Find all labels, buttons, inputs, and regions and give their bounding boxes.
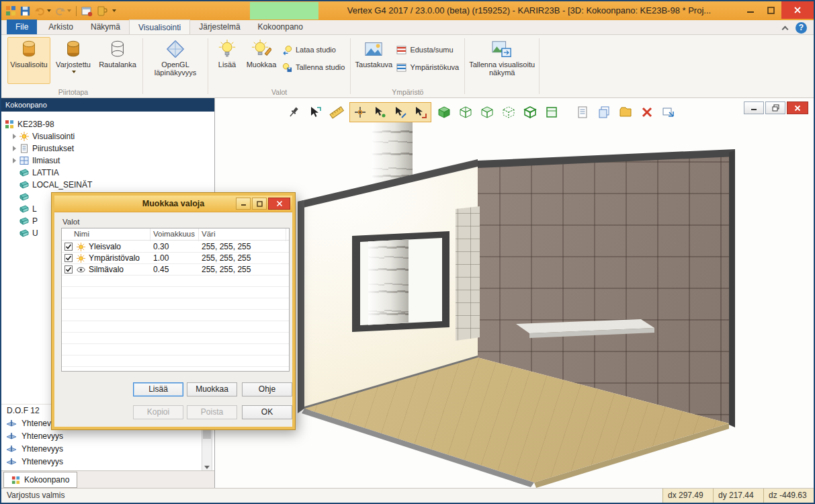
snap-free-icon[interactable]: [351, 103, 369, 121]
add-light-label: Lisää: [218, 60, 236, 69]
rautalanka-label: Rautalanka: [99, 60, 136, 69]
expander-icon[interactable]: [13, 146, 16, 151]
status-message: Varjostus valmis: [7, 489, 65, 503]
light-intensity: 0.30: [153, 242, 169, 251]
lightbulb-edit-icon: [251, 39, 271, 59]
cube-solid-icon[interactable]: [435, 103, 453, 121]
delete-icon[interactable]: [638, 103, 656, 121]
undo-icon[interactable]: [34, 4, 51, 17]
export-view-icon[interactable]: [660, 103, 677, 121]
snap-face-icon[interactable]: [412, 103, 429, 121]
background-image-button[interactable]: Taustakuva: [354, 37, 393, 84]
cube-wireframe-icon[interactable]: [457, 103, 474, 121]
redo-icon[interactable]: [54, 4, 71, 17]
tab-jarjestelma[interactable]: Järjestelmä: [190, 19, 249, 34]
tree-item-ilmiasut[interactable]: Ilmiasut: [1, 155, 214, 167]
edit-button[interactable]: Muokkaa: [187, 382, 237, 396]
tree-item-piirustukset[interactable]: Piirustukset: [1, 142, 214, 155]
tab-visualisointi[interactable]: Visualisointi: [129, 19, 190, 34]
window-settings-icon[interactable]: [81, 4, 93, 17]
load-studio-button[interactable]: Lataa studio: [280, 44, 347, 56]
mdi-close-button[interactable]: [787, 101, 808, 114]
expander-icon[interactable]: [13, 158, 16, 163]
environment-image-button[interactable]: Ympäristökuva: [394, 61, 461, 73]
save-studio-button[interactable]: Tallenna studio: [280, 61, 347, 73]
snap-line-icon[interactable]: [392, 103, 409, 121]
app-logo-icon[interactable]: [5, 4, 16, 17]
constraint-row[interactable]: Yhtenevyys: [1, 429, 63, 442]
light-color: 255, 255, 255: [202, 242, 251, 251]
ribbon: Visualisoitu Varjostettu Rautalanka Piir…: [1, 35, 814, 98]
tree-item-lattia[interactable]: LATTIA: [1, 167, 214, 179]
visualisoitu-button[interactable]: Visualisoitu: [7, 37, 50, 84]
add-light-button[interactable]: Lisää: [212, 37, 243, 84]
cube-edges-icon[interactable]: [521, 103, 539, 121]
tree-item-local-seinat[interactable]: LOCAL_SEINÄT: [1, 179, 214, 191]
column-header-intensity: Voimakkuus: [153, 230, 195, 238]
tab-file[interactable]: File: [7, 19, 37, 34]
scene-3d-room[interactable]: [215, 98, 814, 488]
constraint-row[interactable]: Yhtenevyys: [1, 455, 63, 468]
light-row-yleisvalo[interactable]: Yleisvalo 0.30 255, 255, 255: [62, 241, 289, 253]
expander-icon[interactable]: [13, 134, 16, 139]
tab-nakyma[interactable]: Näkymä: [82, 19, 129, 34]
constraint-row[interactable]: Yhtenevyys: [1, 442, 63, 455]
qat-customize-icon[interactable]: [111, 4, 116, 17]
tree-item-visualisointi[interactable]: Visualisointi: [1, 130, 214, 142]
tab-arkisto[interactable]: Arkisto: [40, 19, 82, 34]
delete-button[interactable]: Poista: [187, 405, 237, 419]
edit-lights-button[interactable]: Muokkaa: [244, 37, 279, 84]
mdi-restore-button[interactable]: [765, 101, 785, 114]
part-icon: [19, 192, 29, 202]
save-visualized-view-button[interactable]: Tallenna visualisoitu näkymä: [468, 37, 535, 84]
add-button[interactable]: Lisää: [133, 382, 183, 396]
visualized-cylinder-icon: [19, 39, 39, 59]
ribbon-tab-row: File Arkisto Näkymä Visualisointi Järjes…: [1, 20, 814, 35]
select-arrow-icon[interactable]: [306, 103, 324, 121]
dialog-close-button[interactable]: [268, 198, 290, 210]
views-grid-icon: [19, 156, 29, 165]
opengl-diamond-icon: [165, 39, 185, 59]
load-studio-icon: [282, 45, 292, 55]
collapse-ribbon-icon[interactable]: [782, 26, 789, 33]
column-header-color: Väri: [202, 230, 215, 238]
close-button[interactable]: [781, 1, 814, 19]
measure-ruler-icon[interactable]: [328, 103, 345, 121]
panel-icon[interactable]: [543, 103, 560, 121]
ok-button[interactable]: OK: [242, 405, 292, 419]
mug-icon[interactable]: [96, 4, 108, 17]
copy-icon[interactable]: [595, 103, 613, 121]
mdi-minimize-button[interactable]: [744, 101, 764, 114]
maximize-button[interactable]: [761, 1, 781, 19]
varjostettu-button[interactable]: Varjostettu: [52, 37, 95, 84]
opengl-transparency-button[interactable]: OpenGL läpinäkyvyys: [146, 37, 204, 84]
dialog-minimize-button[interactable]: [236, 198, 251, 210]
help-icon[interactable]: ?: [796, 22, 807, 34]
ribbon-right-controls: ?: [783, 22, 807, 34]
foreground-fog-button[interactable]: Edusta/sumu: [394, 44, 461, 56]
minimize-button[interactable]: [740, 1, 761, 19]
tree-item-root[interactable]: KE23B-98: [1, 118, 214, 130]
light-enabled-checkbox[interactable]: [65, 254, 73, 262]
dialog-maximize-button[interactable]: [252, 198, 267, 210]
viewport-toolbar: [285, 102, 677, 122]
light-row-ymparistovalo[interactable]: Ympäristövalo 1.00 255, 255, 255: [62, 253, 289, 264]
save-icon[interactable]: [19, 4, 31, 17]
sidebar-tab-kokoonpano[interactable]: Kokoonpano: [3, 472, 77, 488]
rautalanka-button[interactable]: Rautalanka: [96, 37, 139, 84]
light-row-silmavalo[interactable]: Silmävalo 0.45 255, 255, 255: [62, 264, 289, 276]
tab-kokoonpano[interactable]: Kokoonpano: [249, 19, 312, 34]
group-valot: Lisää Muokkaa Lataa studio Tallenna stud…: [208, 35, 350, 97]
light-enabled-checkbox[interactable]: [65, 265, 73, 274]
dialog-titlebar[interactable]: Muokkaa valoja: [54, 196, 292, 212]
varjostettu-label: Varjostettu: [56, 60, 91, 69]
pin-icon[interactable]: [285, 103, 302, 121]
cube-hidden-line-icon[interactable]: [478, 103, 496, 121]
light-enabled-checkbox[interactable]: [65, 243, 73, 251]
help-button[interactable]: Ohje: [242, 382, 292, 396]
folder-icon[interactable]: [617, 103, 634, 121]
notes-icon[interactable]: [574, 103, 591, 121]
cube-dashed-icon[interactable]: [500, 103, 517, 121]
copy-button[interactable]: Kopioi: [133, 405, 183, 419]
snap-point-icon[interactable]: [372, 103, 389, 121]
